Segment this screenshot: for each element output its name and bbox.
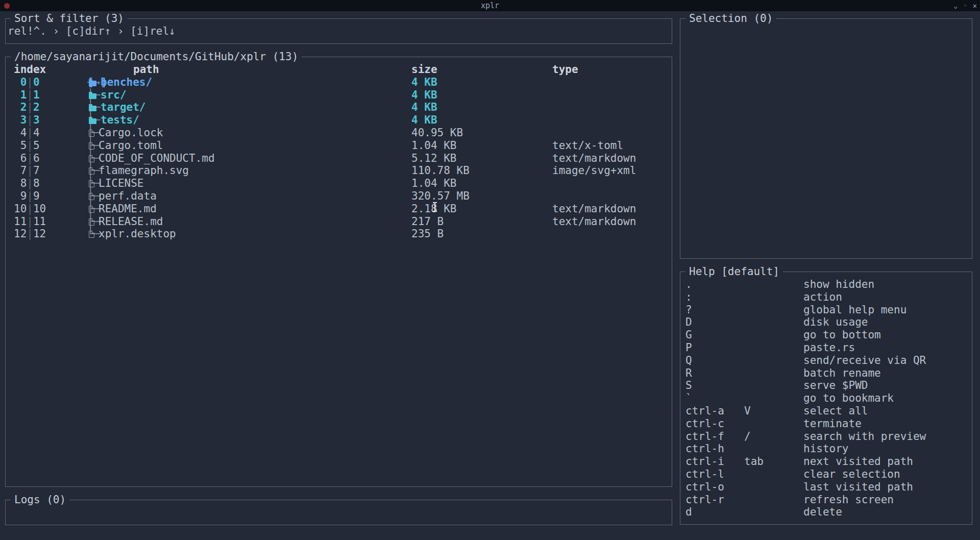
help-entry: ctrl-c terminate — [680, 418, 972, 430]
table-row[interactable]: 5|5 ├─ Cargo.toml 1.04 KB text/x-toml — [6, 139, 672, 152]
entry-name: Cargo.toml — [99, 139, 163, 152]
help-entry: G go to bottom — [680, 329, 972, 341]
row-index: 4|4 — [14, 127, 40, 139]
entry-name: flamegraph.svg — [99, 164, 189, 177]
selection-panel: Selection (0) — [680, 18, 972, 259]
file-icon — [89, 231, 94, 238]
row-size: 5.12 KB — [411, 152, 457, 165]
folder-icon — [89, 118, 96, 124]
file-icon — [89, 180, 94, 187]
row-entry: ├─ tests/ — [87, 114, 101, 127]
row-size: 235 B — [411, 228, 444, 240]
maximize-icon[interactable]: ◦ — [963, 0, 967, 11]
help-alt-key: / — [744, 430, 751, 443]
help-key: : — [685, 291, 692, 304]
help-entry: ctrl-h history — [680, 443, 972, 455]
file-icon — [89, 206, 94, 213]
help-description: clear selection — [803, 468, 900, 481]
help-description: select all — [803, 405, 868, 418]
row-entry: ├─ src/ — [87, 89, 101, 102]
help-key: ctrl-h — [685, 443, 724, 455]
entry-name: perf.data — [99, 190, 157, 203]
table-row[interactable]: 0|0 ─→[benches/] 4 KB — [6, 76, 672, 89]
table-row[interactable]: 4|4 ├─ Cargo.lock 40.95 KB — [6, 127, 672, 139]
help-description: history — [803, 443, 849, 455]
folder-icon — [89, 93, 96, 99]
help-key: S — [685, 379, 692, 392]
help-description: action — [803, 291, 842, 304]
help-key: ctrl-c — [685, 418, 724, 430]
table-row[interactable]: 6|6 ├─ CODE_OF_CONDUCT.md 5.12 KB text/m… — [6, 152, 672, 165]
help-key: ctrl-o — [685, 481, 724, 494]
help-description: serve $PWD — [803, 379, 868, 392]
help-key: Q — [685, 354, 692, 367]
help-entry: ? global help menu — [680, 304, 972, 316]
file-icon — [89, 218, 94, 226]
table-row[interactable]: 9|9 ├─ perf.data 320.57 MB — [6, 190, 672, 203]
table-row[interactable]: 3|3 ├─ tests/ 4 KB — [6, 114, 672, 127]
file-rows: 0|0 ─→[benches/] 4 KB 1|1 ├─ src/ 4 KB 2… — [6, 76, 672, 240]
entry-name: CODE_OF_CONDUCT.md — [99, 152, 215, 165]
row-entry: ├─ LICENSE — [87, 177, 99, 190]
help-panel: Help [default] . show hidden : action ? … — [680, 272, 972, 525]
file-icon — [89, 167, 94, 175]
help-entry: ` go to bookmark — [680, 392, 972, 405]
header-index: index — [14, 63, 46, 76]
file-icon — [89, 193, 94, 200]
help-entry: S serve $PWD — [680, 379, 972, 392]
focus-bracket-close: ] — [101, 76, 107, 89]
sort-filter-panel: Sort & filter (3) rel!^. › [c]dir↑ › [i]… — [5, 18, 672, 44]
row-type: image/svg+xml — [552, 164, 636, 177]
table-row[interactable]: 2|2 ├─ target/ 4 KB — [6, 101, 672, 114]
table-row[interactable]: 7|7 ├─ flamegraph.svg 110.78 KB image/sv… — [6, 164, 672, 177]
row-size: 110.78 KB — [411, 164, 470, 177]
help-description: global help menu — [803, 304, 906, 316]
help-entry: R batch rename — [680, 367, 972, 380]
help-key: D — [685, 316, 692, 329]
help-alt-key: V — [744, 405, 751, 418]
row-index: 6|6 — [14, 152, 40, 165]
folder-icon — [89, 81, 96, 86]
row-entry: ├─ target/ — [87, 101, 101, 114]
help-entry: . show hidden — [680, 278, 972, 291]
minimize-icon[interactable]: ⌄ — [953, 0, 958, 11]
row-size: 4 KB — [411, 114, 437, 127]
entry-name: src/ — [101, 89, 127, 102]
file-icon — [89, 155, 94, 162]
row-entry: ├─ Cargo.toml — [87, 139, 99, 152]
sort-filter-pipeline: rel!^. › [c]dir↑ › [i]rel↓ — [8, 25, 176, 38]
help-entry: ctrl-i tab next visited path — [680, 455, 972, 468]
entry-name: tests/ — [101, 114, 139, 127]
row-type: text/markdown — [552, 152, 636, 165]
close-icon[interactable]: ✕ — [973, 0, 977, 11]
help-key: R — [685, 367, 692, 380]
row-size: 4 KB — [411, 101, 437, 114]
help-key: ctrl-i — [685, 455, 724, 468]
help-description: next visited path — [803, 455, 913, 468]
help-entry: d delete — [680, 506, 972, 519]
row-index: 2|2 — [14, 101, 40, 114]
table-row[interactable]: 1|1 ├─ src/ 4 KB — [6, 89, 672, 102]
row-index: 3|3 — [14, 114, 40, 127]
help-entry: ctrl-a V select all — [680, 405, 972, 418]
entry-name: Cargo.lock — [99, 127, 163, 139]
help-entry: Q send/receive via QR — [680, 354, 972, 367]
help-description: send/receive via QR — [803, 354, 926, 367]
help-key: d — [685, 506, 692, 519]
help-entry: : action — [680, 291, 972, 304]
row-index: 1|1 — [14, 89, 40, 102]
table-row[interactable]: 12|12 └─ xplr.desktop 235 B — [6, 228, 672, 240]
help-key: ctrl-r — [685, 494, 724, 506]
entry-name: README.md — [99, 203, 157, 215]
row-entry: ├─ README.md — [87, 203, 99, 215]
table-row[interactable]: 10|10 ├─ README.md 2.18 KB text/markdown — [6, 203, 672, 215]
logs-panel: Logs (0) — [5, 500, 672, 525]
window-titlebar: xplr ⌄ ◦ ✕ — [0, 0, 980, 11]
row-type: text/markdown — [552, 203, 636, 215]
table-row[interactable]: 11|11 ├─ RELEASE.md 217 B text/markdown — [6, 215, 672, 228]
row-index: 9|9 — [14, 190, 40, 203]
help-key: ctrl-l — [685, 468, 724, 481]
help-entries: . show hidden : action ? global help men… — [680, 278, 972, 519]
table-row[interactable]: 8|8 ├─ LICENSE 1.04 KB — [6, 177, 672, 190]
entry-name: LICENSE — [99, 177, 144, 190]
